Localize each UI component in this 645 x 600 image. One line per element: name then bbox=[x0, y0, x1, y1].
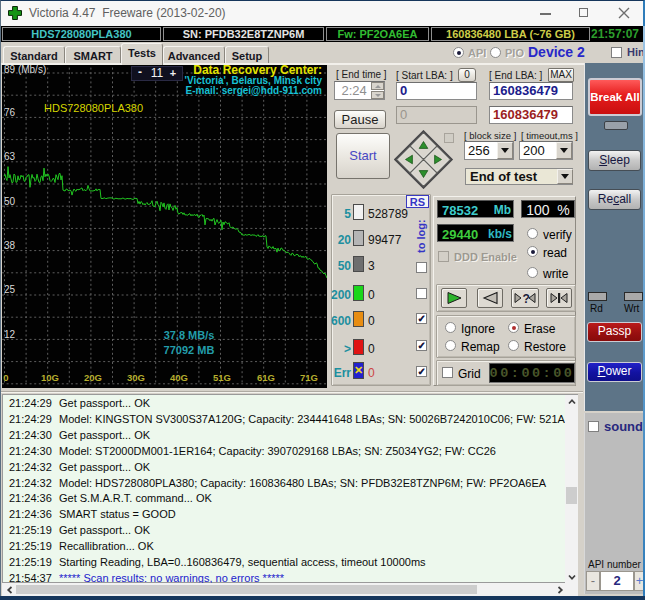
svg-text:?: ? bbox=[523, 292, 530, 306]
